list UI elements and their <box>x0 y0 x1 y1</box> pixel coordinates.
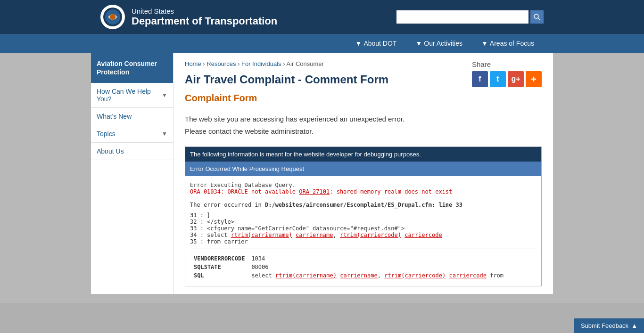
search-icon <box>533 13 541 21</box>
error-message: The web site you are accessing has exper… <box>185 111 542 139</box>
svg-point-2 <box>110 14 116 20</box>
sql-link-rtrim-2[interactable]: rtrim(carriercode) <box>384 272 446 279</box>
code-link-rtrim-2[interactable]: rtrim(carriercode) <box>340 232 401 238</box>
code-line-4: 34 : select rtrim(carriername) carrierna… <box>190 232 537 238</box>
sql-link-carriername[interactable]: carriername <box>340 272 377 279</box>
logo-top: United States <box>132 7 277 15</box>
sidebar-arrow-topics: ▼ <box>162 130 167 137</box>
debug-box: The following information is meant for t… <box>185 146 542 286</box>
feedback-button[interactable]: Submit Feedback ▲ <box>574 318 644 333</box>
sidebar-item-whats-new[interactable]: What's New <box>91 108 173 125</box>
sidebar: Aviation Consumer Protection How Can We … <box>91 53 173 294</box>
sqlstate-row: SQLSTATE 08006 <box>191 263 506 271</box>
content-area: Share f t g+ + Home › Resources › <box>173 53 553 294</box>
breadcrumb-air-consumer: Air Consumer <box>286 60 323 67</box>
sidebar-label-how-can-we-help: How Can We Help You? <box>97 88 162 103</box>
ora-error-2: : shared memory realm does not exist <box>330 188 452 195</box>
vendor-value: 1034 <box>248 255 506 262</box>
error-line-1: The web site you are accessing has exper… <box>185 113 542 125</box>
sql-link-rtrim[interactable]: rtrim(carriername) <box>275 272 337 279</box>
logo-text: United States Department of Transportati… <box>132 7 277 27</box>
sidebar-label-topics: Topics <box>97 130 116 138</box>
breadcrumb-resources[interactable]: Resources <box>206 60 236 67</box>
nav-item-areas-of-focus[interactable]: ▼ Areas of Focus <box>472 34 544 53</box>
code-line-1: 31 : } <box>190 212 537 219</box>
error-line-2: Please contact the website administrator… <box>185 125 542 138</box>
share-google-button[interactable]: g+ <box>508 71 524 87</box>
sidebar-label-about-us: About Us <box>97 147 124 155</box>
sql-value: select rtrim(carriername) carriername, r… <box>248 272 506 279</box>
debug-ora-error: ORA-01034: ORACLE not available ORA-2710… <box>190 188 537 195</box>
code-line-3: 33 : <cfquery name="GetCarrierCode" data… <box>190 225 537 232</box>
svg-point-3 <box>534 14 538 18</box>
code-line-5: 35 : from carrier <box>190 238 537 245</box>
logo-area: United States Department of Transportati… <box>100 5 277 29</box>
sqlstate-value: 08006 <box>248 263 506 271</box>
share-more-button[interactable]: + <box>526 71 542 87</box>
nav-arrow-about-dot: ▼ <box>355 40 362 47</box>
sql-label: SQL <box>191 272 248 279</box>
breadcrumb-for-individuals[interactable]: For Individuals <box>241 60 281 67</box>
debug-occurred-text: The error occurred in D:/websites/aircon… <box>190 202 537 208</box>
debug-file-path: D:/websites/airconsumer/Escomplaint/ES_D… <box>265 202 462 208</box>
sidebar-label-whats-new: What's New <box>97 113 132 120</box>
sidebar-arrow-how-can-we-help: ▼ <box>162 92 167 98</box>
breadcrumb-sep-2: › <box>238 60 241 67</box>
code-link-carriercode[interactable]: carriercode <box>405 232 442 238</box>
vendor-label: VENDORERRORCODE <box>191 255 248 262</box>
nav-item-about-dot[interactable]: ▼ About DOT <box>346 34 406 53</box>
debug-content: Error Executing Database Query. ORA-0103… <box>185 176 541 286</box>
sidebar-item-how-can-we-help[interactable]: How Can We Help You? ▼ <box>91 83 173 108</box>
sql-link-carriercode[interactable]: carriercode <box>449 272 486 279</box>
dot-logo <box>100 5 125 29</box>
search-input[interactable] <box>396 10 528 24</box>
debug-error-title: Error Occurred While Processing Request <box>185 162 541 176</box>
debug-table: VENDORERRORCODE 1034 SQLSTATE 08006 SQL <box>190 254 507 280</box>
code-block: 31 : } 32 : </style> 33 : <cfquery name=… <box>190 212 537 245</box>
nav-arrow-areas-of-focus: ▼ <box>481 40 488 47</box>
svg-line-4 <box>538 18 540 20</box>
sqlstate-label: SQLSTATE <box>191 263 248 271</box>
debug-error-main: Error Executing Database Query. <box>190 182 537 188</box>
share-twitter-button[interactable]: t <box>490 71 506 87</box>
share-section: Share f t g+ + <box>472 60 542 87</box>
sidebar-main-item[interactable]: Aviation Consumer Protection <box>91 53 173 83</box>
nav-label-our-activities: Our Activities <box>424 40 462 47</box>
code-link-rtrim-1[interactable]: rtrim(carriername) <box>231 232 292 238</box>
search-area <box>396 10 544 24</box>
nav-bar: ▼ About DOT ▼ Our Activities ▼ Areas of … <box>0 34 644 53</box>
share-label: Share <box>472 60 542 68</box>
feedback-arrow: ▲ <box>631 322 637 329</box>
debug-header: The following information is meant for t… <box>185 147 541 162</box>
nav-label-about-dot: About DOT <box>363 40 396 47</box>
sidebar-item-about-us[interactable]: About Us <box>91 143 173 160</box>
share-icons: f t g+ + <box>472 71 542 87</box>
nav-item-our-activities[interactable]: ▼ Our Activities <box>406 34 472 53</box>
vendor-row: VENDORERRORCODE 1034 <box>191 255 506 262</box>
logo-bottom: Department of Transportation <box>132 15 277 27</box>
complaint-heading: Complaint Form <box>185 93 542 104</box>
breadcrumb-home[interactable]: Home <box>185 60 201 67</box>
share-facebook-button[interactable]: f <box>472 71 488 87</box>
feedback-label: Submit Feedback <box>581 322 628 329</box>
sql-row: SQL select rtrim(carriername) carriernam… <box>191 272 506 279</box>
ora-link-1[interactable]: ORA-27101 <box>299 188 330 195</box>
nav-arrow-our-activities: ▼ <box>415 40 422 47</box>
nav-label-areas-of-focus: Areas of Focus <box>490 40 534 47</box>
code-line-2: 32 : </style> <box>190 219 537 225</box>
search-button[interactable] <box>530 10 544 24</box>
ora-error-1: ORA-01034: ORACLE not available <box>190 188 299 195</box>
sidebar-item-topics[interactable]: Topics ▼ <box>91 125 173 143</box>
code-link-carriername-1[interactable]: carriername <box>296 232 333 238</box>
